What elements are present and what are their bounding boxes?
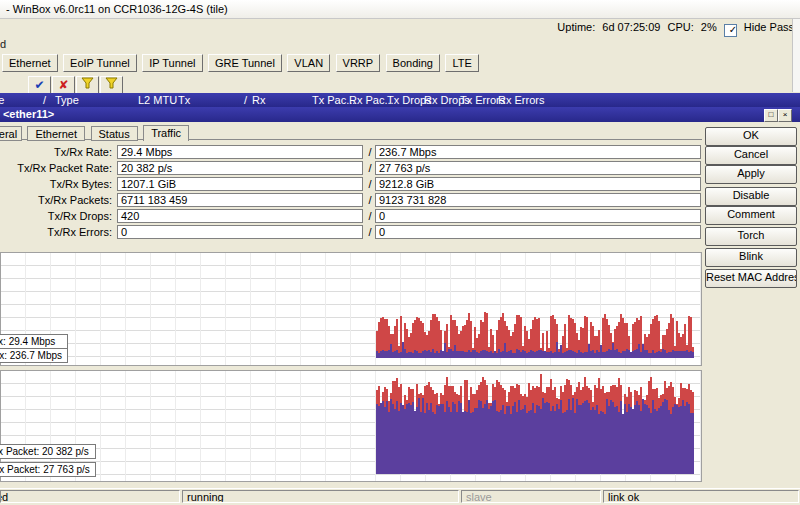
tab-traffic[interactable]: Traffic (143, 125, 189, 141)
hide-passwords-label: Hide Pass (744, 21, 794, 33)
drops-slash: / (367, 209, 373, 223)
tab-lte[interactable]: LTE (445, 54, 478, 72)
tx-rx-packets-label: Tx/Rx Packets: (0, 193, 112, 207)
window-title: - WinBox v6.0rc11 on CCR1036-12G-4S (til… (6, 3, 228, 15)
rx-drops-input[interactable]: 0 (375, 209, 701, 223)
dialog-tabs: General Ethernet Status Traffic (0, 123, 190, 141)
tab-ip-tunnel[interactable]: IP Tunnel (142, 54, 202, 72)
legend-rx-packet: Rx Packet: 27 763 p/s (0, 462, 96, 477)
left-edge-fragment: d (0, 38, 6, 50)
funnel-icon (105, 77, 118, 89)
interface-type-tabs: Ethernet EoIP Tunnel IP Tunnel GRE Tunne… (2, 53, 480, 72)
traffic-rate-bars (1, 253, 701, 365)
sort-mark: / (43, 93, 46, 107)
column-l2mtu[interactable]: L2 MTU (138, 93, 177, 107)
infobar: Uptime: 6d 07:25:09 CPU: 2% ✓ Hide Pass (0, 20, 794, 35)
hide-passwords-checkbox[interactable]: ✓ (724, 24, 737, 37)
rx-rate-input[interactable]: 236.7 Mbps (375, 145, 701, 159)
blink-button[interactable]: Blink (705, 248, 797, 267)
uptime-label: Uptime: (557, 21, 595, 33)
tx-rx-rate-label: Tx/Rx Rate: (0, 145, 112, 159)
tx-errors-input[interactable]: 0 (117, 225, 363, 239)
comment-button[interactable]: Comment (705, 206, 797, 225)
reset-mac-address-button[interactable]: Reset MAC Address (705, 269, 797, 288)
tx-packet-rate-input[interactable]: 20 382 p/s (117, 161, 363, 175)
packets-slash: / (367, 193, 373, 207)
rx-bytes-input[interactable]: 9212.8 GiB (375, 177, 701, 191)
dialog-titlebar[interactable]: Interface <ether11> □ × (0, 107, 800, 122)
packet-rate-bars (1, 371, 701, 481)
tx-rx-bytes-label: Tx/Rx Bytes: (0, 177, 112, 191)
status-running: running (182, 490, 459, 503)
statusbar: enabled running slave link ok (0, 488, 800, 505)
tx-rate-input[interactable]: 29.4 Mbps (117, 145, 363, 159)
torch-button[interactable]: Torch (705, 227, 797, 246)
disable-button[interactable]: Disable (705, 187, 797, 206)
column-type[interactable]: Type (55, 93, 79, 107)
funnel-icon (81, 77, 94, 89)
tx-rx-packet-rate-label: Tx/Rx Packet Rate: (0, 161, 112, 175)
cross-icon: ✘ (58, 78, 68, 92)
bytes-slash: / (367, 177, 373, 191)
interface-dialog: Interface <ether11> □ × General Ethernet… (0, 107, 800, 487)
tab-bonding[interactable]: Bonding (386, 54, 440, 72)
legend-rx-rate: Rx: 236.7 Mbps (0, 349, 68, 363)
checkbox-check-icon: ✓ (729, 24, 737, 35)
packet-chart-legend: Tx Packet: 20 382 p/s Rx Packet: 27 763 … (0, 444, 96, 480)
ok-button[interactable]: OK (705, 127, 797, 146)
dialog-title: Interface <ether11> (0, 107, 54, 122)
errors-slash: / (367, 225, 373, 239)
status-link: link ok (603, 490, 799, 503)
tx-rx-errors-label: Tx/Rx Errors: (0, 225, 112, 239)
tx-bytes-input[interactable]: 1207.1 GiB (117, 177, 363, 191)
rate-slash: / (367, 145, 373, 159)
tab-vlan[interactable]: VLAN (287, 54, 330, 72)
status-enabled: enabled (0, 490, 180, 503)
window-titlebar[interactable]: - WinBox v6.0rc11 on CCR1036-12G-4S (til… (0, 0, 800, 19)
status-enabled-text: enabled (0, 491, 8, 503)
status-slave: slave (461, 490, 601, 503)
scrollbar-strip (792, 19, 800, 92)
restore-button[interactable]: □ (764, 109, 778, 122)
cancel-button[interactable]: Cancel (705, 146, 797, 165)
rx-packet-rate-input[interactable]: 27 763 p/s (375, 161, 701, 175)
tx-drops-input[interactable]: 420 (117, 209, 363, 223)
uptime-value: 6d 07:25:09 (602, 21, 660, 33)
interface-table-header: Name / Type L2 MTU Tx / Rx Tx Pac... Rx … (0, 93, 800, 107)
tab-status[interactable]: Status (91, 126, 138, 141)
sort-mark-2: / (244, 93, 247, 107)
tab-ethernet[interactable]: Ethernet (2, 54, 58, 72)
apply-button[interactable]: Apply (705, 165, 797, 184)
rate-chart-legend: Tx: 29.4 Mbps Rx: 236.7 Mbps (0, 334, 68, 363)
close-button[interactable]: × (778, 109, 792, 122)
tab-ethernet-dialog[interactable]: Ethernet (27, 126, 85, 141)
legend-tx-packet: Tx Packet: 20 382 p/s (0, 444, 96, 459)
column-rx-errors[interactable]: Rx Errors (498, 93, 544, 107)
packet-rate-slash: / (367, 161, 373, 175)
restore-icon: □ (769, 110, 774, 119)
cpu-value: 2% (701, 21, 717, 33)
rx-errors-input[interactable]: 0 (375, 225, 701, 239)
tx-rx-drops-label: Tx/Rx Drops: (0, 209, 112, 223)
tab-general[interactable]: General (0, 126, 22, 141)
cpu-label: CPU: (667, 21, 693, 33)
check-icon: ✔ (34, 78, 44, 92)
tab-eoip-tunnel[interactable]: EoIP Tunnel (63, 54, 137, 72)
traffic-rate-chart (0, 252, 702, 366)
tab-gre-tunnel[interactable]: GRE Tunnel (208, 54, 282, 72)
legend-tx-rate: Tx: 29.4 Mbps (0, 334, 68, 349)
rx-packets-input[interactable]: 9123 731 828 (375, 193, 701, 207)
column-rx[interactable]: Rx (252, 93, 265, 107)
close-icon: × (783, 110, 788, 119)
packet-rate-chart (0, 370, 702, 482)
tab-vrrp[interactable]: VRRP (336, 54, 381, 72)
column-name-fragment[interactable]: Name (0, 93, 4, 107)
column-tx[interactable]: Tx (178, 93, 190, 107)
tx-packets-input[interactable]: 6711 183 459 (117, 193, 363, 207)
